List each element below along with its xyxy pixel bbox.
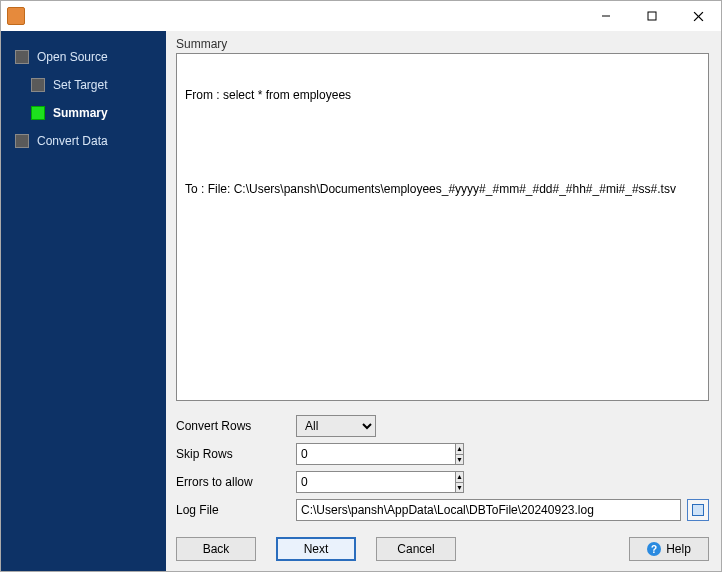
sidebar-item-label: Convert Data bbox=[37, 134, 108, 148]
form-grid: Convert Rows All Skip Rows ▲ ▼ Errors to… bbox=[176, 415, 709, 521]
summary-heading: Summary bbox=[176, 37, 709, 51]
summary-to-line: To : File: C:\Users\pansh\Documents\empl… bbox=[185, 182, 700, 196]
convert-rows-select[interactable]: All bbox=[296, 415, 376, 437]
errors-allow-input[interactable] bbox=[296, 471, 455, 493]
sidebar-item-label: Summary bbox=[53, 106, 108, 120]
sidebar-item-summary[interactable]: Summary bbox=[15, 99, 166, 127]
logfile-label: Log File bbox=[176, 503, 296, 517]
main: Open Source Set Target Summary Convert D… bbox=[1, 31, 721, 571]
spin-up-icon[interactable]: ▲ bbox=[455, 471, 464, 482]
step-indicator-icon bbox=[31, 106, 45, 120]
errors-allow-label: Errors to allow bbox=[176, 475, 296, 489]
skip-rows-spinner[interactable]: ▲ ▼ bbox=[296, 443, 376, 465]
next-button[interactable]: Next bbox=[276, 537, 356, 561]
cancel-button[interactable]: Cancel bbox=[376, 537, 456, 561]
help-label: Help bbox=[666, 542, 691, 556]
help-button[interactable]: ? Help bbox=[629, 537, 709, 561]
spin-down-icon[interactable]: ▼ bbox=[455, 482, 464, 494]
help-icon: ? bbox=[647, 542, 661, 556]
step-indicator-icon bbox=[15, 134, 29, 148]
browse-logfile-button[interactable] bbox=[687, 499, 709, 521]
wizard-buttons: Back Next Cancel ? Help bbox=[176, 537, 709, 561]
file-icon bbox=[692, 504, 704, 516]
errors-allow-spinner[interactable]: ▲ ▼ bbox=[296, 471, 376, 493]
svg-rect-1 bbox=[648, 12, 656, 20]
skip-rows-input[interactable] bbox=[296, 443, 455, 465]
titlebar bbox=[1, 1, 721, 31]
spin-up-icon[interactable]: ▲ bbox=[455, 443, 464, 454]
summary-textarea[interactable]: From : select * from employees To : File… bbox=[176, 53, 709, 401]
app-icon bbox=[7, 7, 25, 25]
convert-rows-label: Convert Rows bbox=[176, 419, 296, 433]
step-indicator-icon bbox=[31, 78, 45, 92]
step-indicator-icon bbox=[15, 50, 29, 64]
sidebar-item-set-target[interactable]: Set Target bbox=[15, 71, 166, 99]
maximize-button[interactable] bbox=[629, 1, 675, 31]
minimize-button[interactable] bbox=[583, 1, 629, 31]
close-button[interactable] bbox=[675, 1, 721, 31]
sidebar-item-convert-data[interactable]: Convert Data bbox=[15, 127, 166, 155]
sidebar: Open Source Set Target Summary Convert D… bbox=[1, 31, 166, 571]
spin-down-icon[interactable]: ▼ bbox=[455, 454, 464, 466]
sidebar-item-open-source[interactable]: Open Source bbox=[15, 43, 166, 71]
summary-from-line: From : select * from employees bbox=[185, 88, 700, 102]
logfile-input[interactable] bbox=[296, 499, 681, 521]
content: Summary From : select * from employees T… bbox=[166, 31, 721, 571]
back-button[interactable]: Back bbox=[176, 537, 256, 561]
sidebar-item-label: Set Target bbox=[53, 78, 107, 92]
skip-rows-label: Skip Rows bbox=[176, 447, 296, 461]
window-controls bbox=[583, 1, 721, 31]
sidebar-item-label: Open Source bbox=[37, 50, 108, 64]
